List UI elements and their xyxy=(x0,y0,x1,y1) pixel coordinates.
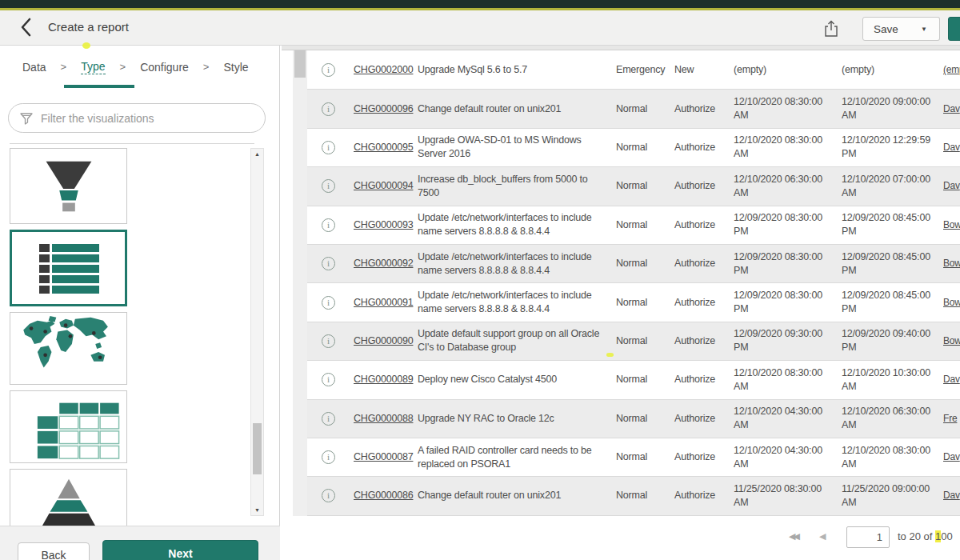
change-number-link[interactable]: CHG0000086 xyxy=(354,477,418,514)
info-icon[interactable]: i xyxy=(322,489,335,502)
table-row: i CHG0000093 Update /etc/network/interfa… xyxy=(307,206,960,245)
change-number-link[interactable]: CHG0000093 xyxy=(354,206,418,244)
planned-end-cell: 12/09/2020 09:40:00 PM xyxy=(842,322,938,360)
table-row: i CHG0000088 Upgrade NY RAC to Oracle 12… xyxy=(307,400,960,438)
first-page-icon[interactable]: ◀◀ xyxy=(789,531,798,542)
change-number-link[interactable]: CHG0000092 xyxy=(354,245,418,282)
table-row: i CHG0000086 Change default router on un… xyxy=(307,477,960,515)
report-preview-area: i CHG0002000 Upgrade MySql 5.6 to 5.7 Em… xyxy=(280,46,960,560)
priority-cell: Normal xyxy=(616,361,672,398)
planned-end-cell: 12/09/2020 08:45:00 PM xyxy=(842,245,938,282)
priority-cell: Normal xyxy=(616,167,672,205)
change-number-link[interactable]: CHG0000091 xyxy=(354,283,418,321)
state-cell: Authorize xyxy=(674,283,730,321)
planned-end-cell: 12/09/2020 08:45:00 PM xyxy=(842,206,938,244)
planned-end-cell: 12/10/2020 10:30:00 AM xyxy=(842,361,938,398)
info-icon[interactable]: i xyxy=(322,63,335,77)
save-button[interactable]: Save xyxy=(862,17,910,41)
previous-page-icon[interactable]: ◀ xyxy=(819,531,826,542)
assigned-to-link[interactable]: Bow xyxy=(943,322,960,360)
breadcrumb-step-data[interactable]: Data xyxy=(22,61,46,74)
info-icon[interactable]: i xyxy=(322,141,335,154)
assigned-to-link[interactable]: Bow xyxy=(943,245,960,282)
pagination-range-text: to 20 of 100 xyxy=(898,530,953,542)
info-icon[interactable]: i xyxy=(322,296,335,310)
change-number-link[interactable]: CHG0000087 xyxy=(354,438,418,476)
change-number-link[interactable]: CHG0000094 xyxy=(354,167,418,205)
info-icon[interactable]: i xyxy=(322,373,335,386)
info-icon[interactable]: i xyxy=(322,334,335,348)
table-row: i CHG0000091 Update /etc/network/interfa… xyxy=(307,283,960,322)
short-description-cell: Increase db_block_buffers from 5000 to 7… xyxy=(418,167,602,205)
save-dropdown-button[interactable]: ▼ xyxy=(909,17,940,41)
next-step-button[interactable]: Next xyxy=(102,540,258,560)
viz-thumb-world-map[interactable] xyxy=(10,312,127,385)
assigned-to-link[interactable]: Bow xyxy=(943,283,960,321)
info-icon[interactable]: i xyxy=(322,102,335,116)
pyramid-icon xyxy=(10,470,126,526)
page-number-input[interactable] xyxy=(846,526,890,548)
info-icon[interactable]: i xyxy=(322,450,335,464)
info-icon[interactable]: i xyxy=(322,218,335,232)
priority-cell: Normal xyxy=(616,245,672,282)
assigned-to-link[interactable]: Dav xyxy=(943,361,960,398)
back-step-button[interactable]: Back xyxy=(18,542,90,560)
chevron-left-icon xyxy=(18,17,35,38)
assigned-to-link[interactable]: Dav xyxy=(943,167,960,205)
table-header-strip xyxy=(282,46,960,50)
scroll-up-icon[interactable]: ▲ xyxy=(251,151,263,157)
viz-thumb-pyramid[interactable] xyxy=(10,469,127,526)
filter-input[interactable] xyxy=(41,112,254,125)
viz-list-scrollbar[interactable]: ▲ ▼ xyxy=(250,148,264,516)
scroll-down-icon[interactable]: ▼ xyxy=(251,507,263,513)
breadcrumb-step-configure[interactable]: Configure xyxy=(140,61,189,74)
viz-thumb-heatmap-table[interactable] xyxy=(10,390,127,463)
viz-thumb-funnel-chart[interactable] xyxy=(10,148,127,224)
funnel-filter-icon xyxy=(19,111,34,126)
change-number-link[interactable]: CHG0000090 xyxy=(354,322,418,360)
planned-start-cell: 12/10/2020 04:30:00 AM xyxy=(734,400,830,438)
total-rest: 00 xyxy=(941,530,952,542)
state-cell: Authorize xyxy=(674,477,730,514)
breadcrumb-separator: > xyxy=(203,61,210,73)
assigned-to-link[interactable]: Fre xyxy=(943,400,960,438)
breadcrumb-step-type[interactable]: Type xyxy=(81,60,105,74)
priority-cell: Normal xyxy=(616,322,672,360)
visualization-list: ▲ ▼ xyxy=(0,146,280,526)
priority-cell: Normal xyxy=(616,90,672,127)
change-number-link[interactable]: CHG0000095 xyxy=(354,129,418,166)
back-button[interactable] xyxy=(14,17,38,39)
wizard-breadcrumb: Data > Type > Configure > Style xyxy=(0,46,279,88)
assigned-to-link[interactable]: Dav xyxy=(943,438,960,476)
change-number-link[interactable]: CHG0000089 xyxy=(354,361,418,398)
info-icon[interactable]: i xyxy=(322,257,335,270)
table-scrollbar[interactable] xyxy=(293,46,307,516)
state-cell: Authorize xyxy=(674,400,730,438)
state-cell: Authorize xyxy=(674,438,730,476)
change-number-link[interactable]: CHG0002000 xyxy=(354,51,418,89)
breadcrumb-step-style[interactable]: Style xyxy=(223,61,248,74)
share-button[interactable] xyxy=(819,18,843,41)
assigned-to-link[interactable]: Bow xyxy=(943,206,960,244)
change-number-link[interactable]: CHG0000088 xyxy=(354,400,418,438)
short-description-cell: Deploy new Cisco Catalyst 4500 xyxy=(418,361,602,398)
short-description-cell: Upgrade OWA-SD-01 to MS Windows Server 2… xyxy=(418,129,602,166)
assigned-to-link[interactable]: Dav xyxy=(943,129,960,166)
planned-start-cell: 12/10/2020 06:30:00 AM xyxy=(734,167,830,205)
assigned-to-link[interactable]: (empty) xyxy=(943,51,960,89)
planned-start-cell: 12/09/2020 08:30:00 PM xyxy=(734,283,830,321)
viz-thumb-list-selected[interactable] xyxy=(10,230,127,306)
run-button-partial[interactable] xyxy=(948,17,960,41)
table-scrollbar-thumb[interactable] xyxy=(294,47,306,78)
info-icon[interactable]: i xyxy=(322,412,335,426)
wizard-footer: Back Next xyxy=(0,526,280,560)
planned-start-cell: 12/10/2020 08:30:00 AM xyxy=(734,129,830,166)
info-icon[interactable]: i xyxy=(322,179,335,193)
assigned-to-link[interactable]: Dav xyxy=(943,90,960,127)
table-row: i CHG0000095 Upgrade OWA-SD-01 to MS Win… xyxy=(307,129,960,167)
assigned-to-link[interactable]: Dav xyxy=(943,477,960,514)
change-number-link[interactable]: CHG0000096 xyxy=(354,90,418,127)
planned-start-cell: 12/10/2020 04:30:00 AM xyxy=(734,438,830,476)
planned-end-cell: 12/10/2020 07:00:00 AM xyxy=(842,167,938,205)
viz-scrollbar-thumb[interactable] xyxy=(253,423,262,474)
